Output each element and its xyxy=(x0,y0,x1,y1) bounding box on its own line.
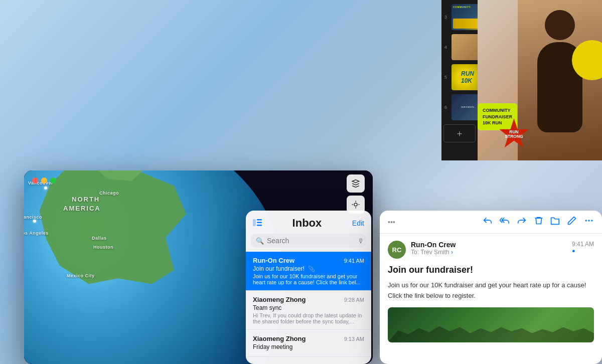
mexico-city-label: Mexico City xyxy=(67,273,95,278)
maps-location-button[interactable] xyxy=(347,196,365,214)
design-app: 3 COMMUNITY 4 5 RUN10K 6 xyxy=(441,0,602,160)
expand-recipients-button[interactable]: › xyxy=(451,249,453,256)
detail-timestamp: 9:41 AM ● xyxy=(572,241,594,254)
slide-num-5: 5 xyxy=(444,75,447,80)
sender-name-3: Xiaomeng Zhong xyxy=(253,335,306,342)
detail-to-line[interactable]: To: Trev Smith › xyxy=(411,249,572,256)
detail-sender-name: Run-On Crew xyxy=(411,241,572,249)
sf-dot xyxy=(33,220,36,223)
toolbar-more-dots[interactable]: ••• xyxy=(388,218,395,226)
search-icon: 🔍 xyxy=(256,237,264,245)
minimize-dot[interactable] xyxy=(41,177,47,184)
email-subject-2: Team sync xyxy=(253,304,364,311)
america-label: AMERICA xyxy=(63,205,101,212)
email-subject-1: Join our fundraiser! 📎 xyxy=(253,265,364,272)
detail-subject: Join our fundraiser! xyxy=(388,265,594,275)
email-banner: Join Us! 10K Fundraiser Prizes xyxy=(388,307,594,342)
design-canvas: R COMMUNITY FUNDRAISER 10K RUN RUN STRON… xyxy=(478,0,602,160)
sender-avatar: RC xyxy=(388,241,406,259)
houston-label: Houston xyxy=(93,245,113,250)
woman-image xyxy=(518,0,602,160)
search-input[interactable] xyxy=(267,237,355,245)
sender-name-2: Xiaomeng Zhong xyxy=(253,296,306,303)
email-list: Run-On Crew 9:41 AM Join our fundraiser!… xyxy=(246,252,371,364)
slide-num-3: 3 xyxy=(444,15,447,20)
inbox-edit-button[interactable]: Edit xyxy=(352,219,364,227)
compose-button[interactable] xyxy=(567,216,577,228)
sidebar-toggle-button[interactable] xyxy=(253,218,262,229)
la-label: Los Angeles xyxy=(24,231,49,236)
maps-layers-button[interactable] xyxy=(347,174,365,193)
svg-rect-6 xyxy=(257,222,262,223)
email-item-2[interactable]: Xiaomeng Zhong 9:28 AM Team sync Hi Trev… xyxy=(246,291,371,330)
email-time-2: 9:28 AM xyxy=(344,297,364,303)
mail-search-bar[interactable]: 🔍 🎙 xyxy=(251,234,366,248)
reply-all-button[interactable] xyxy=(500,216,510,228)
run-strong-badge: RUN STRONG xyxy=(498,118,530,150)
slide-num-6: 6 xyxy=(444,105,447,110)
email-preview-1: Join us for our 10K fundraiser and get y… xyxy=(253,273,364,285)
attachment-icon-1: 📎 xyxy=(308,266,315,272)
slide-num-4: 4 xyxy=(444,45,447,50)
toolbar-actions xyxy=(483,216,594,228)
sender-name-1: Run-On Crew xyxy=(253,257,294,264)
email-item-3[interactable]: Xiaomeng Zhong 9:13 AM Friday meeting xyxy=(246,330,371,357)
svg-point-8 xyxy=(585,220,587,221)
email-subject-3: Friday meeting xyxy=(253,343,364,350)
dallas-label: Dallas xyxy=(92,236,107,241)
svg-point-9 xyxy=(588,220,589,221)
mail-toolbar: ••• xyxy=(380,211,602,234)
move-to-folder-button[interactable] xyxy=(550,216,560,228)
maximize-dot[interactable] xyxy=(50,177,56,184)
email-time-1: 9:41 AM xyxy=(344,258,364,264)
design-sidebar: 3 COMMUNITY 4 5 RUN10K 6 xyxy=(441,0,478,160)
plus-icon: ＋ xyxy=(455,127,464,139)
detail-body: Join us for our 10K fundraiser and get y… xyxy=(388,280,594,301)
delete-button[interactable] xyxy=(534,216,543,228)
reply-button[interactable] xyxy=(483,216,493,228)
forward-button[interactable] xyxy=(517,216,527,228)
north-label: NORTH xyxy=(72,196,100,203)
email-preview-2: Hi Trev, If you could drop the latest up… xyxy=(253,312,364,324)
svg-rect-5 xyxy=(257,219,262,221)
microphone-icon[interactable]: 🎙 xyxy=(358,237,364,245)
chicago-label: Chicago xyxy=(99,191,119,196)
maps-header xyxy=(24,170,373,191)
add-slide-button[interactable]: ＋ xyxy=(443,124,476,142)
close-dot[interactable] xyxy=(32,177,38,184)
svg-rect-4 xyxy=(253,219,256,226)
email-time-3: 9:13 AM xyxy=(344,336,364,342)
thumb-6-label: OUR EVENTS xyxy=(461,106,474,109)
mail-detail-content: RC Run-On Crew To: Trev Smith › 9:41 AM … xyxy=(380,234,602,364)
svg-rect-7 xyxy=(257,225,262,226)
mail-inbox-header: Inbox Edit xyxy=(246,211,371,234)
sf-label: San Francisco xyxy=(24,215,42,220)
thumb-5-run-label: RUN10K xyxy=(461,70,474,84)
more-actions-button[interactable] xyxy=(584,216,594,228)
email-meta-info: Run-On Crew To: Trev Smith › xyxy=(411,241,572,256)
mail-detail-panel: ••• xyxy=(380,211,602,364)
email-meta: RC Run-On Crew To: Trev Smith › 9:41 AM … xyxy=(388,241,594,259)
svg-point-3 xyxy=(354,203,357,206)
svg-point-10 xyxy=(591,220,592,221)
unread-indicator[interactable]: ● xyxy=(572,248,594,254)
inbox-title: Inbox xyxy=(292,217,322,230)
email-item-1[interactable]: Run-On Crew 9:41 AM Join our fundraiser!… xyxy=(246,252,371,291)
svg-text:STRONG: STRONG xyxy=(505,134,523,139)
mail-inbox-panel: Inbox Edit 🔍 🎙 Run-On Crew 9:41 AM Join … xyxy=(246,211,371,364)
